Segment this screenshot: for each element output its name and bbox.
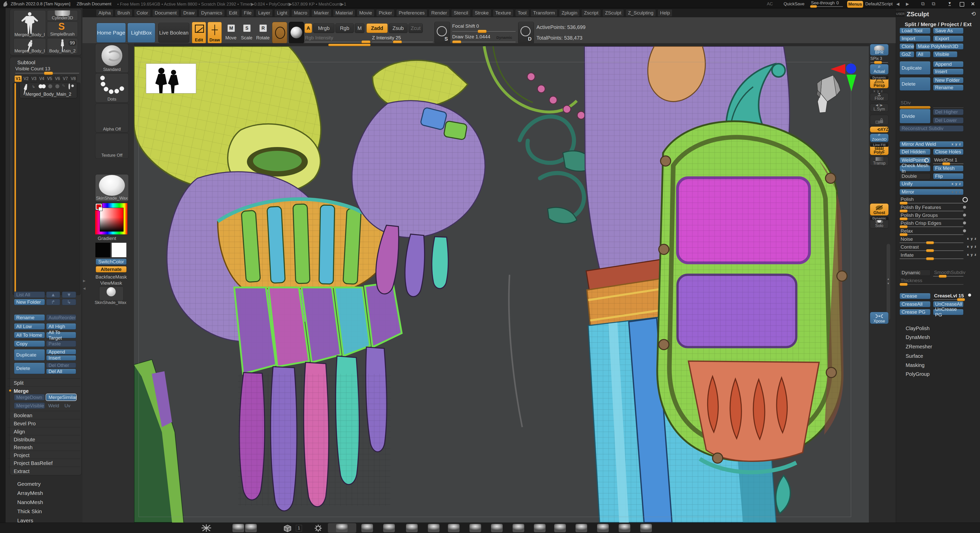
- thickness-slider[interactable]: [900, 284, 964, 285]
- menus-button[interactable]: Menus: [847, 1, 863, 8]
- visible-count-handle[interactable]: [44, 72, 53, 75]
- noise-handle[interactable]: [926, 241, 934, 244]
- del-all-button[interactable]: Del All: [46, 369, 76, 374]
- mirror-axis[interactable]: x y z: [951, 190, 961, 194]
- subtool-tab-v3[interactable]: V3: [30, 75, 38, 82]
- noise-axis[interactable]: x y z: [967, 237, 977, 241]
- xpose-button[interactable]: Xpose: [870, 312, 889, 324]
- subtool-tab-v8[interactable]: V8: [70, 75, 77, 82]
- edit-button[interactable]: Edit: [192, 22, 206, 44]
- boolean-section[interactable]: Boolean: [8, 411, 80, 418]
- draw-button[interactable]: ┼ Draw: [208, 22, 222, 44]
- close-icon[interactable]: ✕: [971, 1, 975, 7]
- inflate-handle[interactable]: [926, 257, 934, 260]
- rgb-a-button[interactable]: A: [304, 23, 312, 33]
- contrast-axis[interactable]: x y z: [967, 244, 977, 248]
- polish-crisp-slider[interactable]: [900, 226, 964, 227]
- all-high-button[interactable]: All High: [46, 323, 76, 330]
- relax-slider[interactable]: [900, 234, 964, 235]
- solo-button[interactable]: Dynamic Solo: [870, 217, 889, 228]
- tray-thumb-15[interactable]: [619, 524, 630, 532]
- visible-count-label[interactable]: Visible Count 13: [15, 66, 50, 72]
- menu-edit[interactable]: Edit: [226, 9, 240, 17]
- merge-visible-button[interactable]: MergeVisible: [14, 402, 45, 409]
- lightbox-button[interactable]: LightBox: [127, 23, 155, 43]
- tray-thumb-9[interactable]: [491, 524, 503, 532]
- camera-head-preview[interactable]: [812, 69, 848, 115]
- zadd-button[interactable]: Zadd: [366, 23, 388, 33]
- unify-axis[interactable]: x y z: [951, 182, 961, 186]
- rgb-intensity-slider[interactable]: [305, 41, 370, 42]
- relax-mode-icon[interactable]: [963, 229, 966, 232]
- gradient-label[interactable]: Gradient: [98, 236, 116, 241]
- live-boolean-button[interactable]: Live Boolean: [158, 23, 189, 43]
- noise-label[interactable]: Noise: [900, 236, 913, 242]
- contrast-handle[interactable]: [926, 249, 934, 252]
- masking-section[interactable]: Masking: [906, 362, 924, 368]
- switchcolor-button[interactable]: SwitchColor: [95, 259, 127, 265]
- merge-similar-button[interactable]: MergeSimilar: [46, 394, 76, 401]
- secondary-color-swatch[interactable]: [111, 243, 127, 257]
- subtool-item-merged-body-main-2[interactable]: ↳ ✎ Merged_Body_Main_2: [19, 83, 77, 98]
- material-sphere-button[interactable]: [289, 22, 304, 44]
- menu-texture[interactable]: Texture: [493, 9, 514, 17]
- subtool-tab-v6[interactable]: V6: [54, 75, 61, 82]
- del-other-button[interactable]: Del Other: [46, 362, 76, 368]
- tray-thumb-2[interactable]: [245, 524, 257, 532]
- zcut-button[interactable]: Zcut: [409, 23, 423, 33]
- insert-button[interactable]: Insert: [46, 355, 76, 361]
- menu-dynamics[interactable]: Dynamics: [199, 9, 225, 17]
- viewmask-button[interactable]: ViewMask: [92, 281, 130, 286]
- paintbrush-icon[interactable]: ✎: [62, 83, 65, 88]
- quicksave-button[interactable]: QuickSave: [784, 2, 804, 6]
- close-holes-button[interactable]: Close Holes: [933, 149, 964, 155]
- polish-mode-icon[interactable]: [963, 197, 968, 203]
- del-lower-button[interactable]: Del Lower: [933, 117, 964, 123]
- menu-movie[interactable]: Movie: [357, 9, 375, 17]
- persp-button[interactable]: Dynamic Persp: [870, 76, 889, 88]
- reconstruct-subdiv-button[interactable]: Reconstruct Subdiv: [900, 125, 964, 131]
- dynamesh-section[interactable]: DynaMesh: [906, 334, 930, 340]
- spix-label[interactable]: SPix 3: [870, 56, 882, 61]
- doc-cube-icon[interactable]: [282, 524, 293, 532]
- merge-section[interactable]: Merge: [8, 386, 80, 394]
- menu-render[interactable]: Render: [429, 9, 450, 17]
- menu-alpha[interactable]: Alpha: [96, 9, 113, 17]
- polish-crisp-handle[interactable]: [900, 225, 908, 228]
- axis-y-arrow[interactable]: [846, 75, 856, 91]
- tray-collapse-icon[interactable]: ▶: [83, 279, 86, 282]
- subtool-up-button[interactable]: ▲: [46, 292, 60, 298]
- move-into-folder-button[interactable]: ↳: [62, 299, 76, 305]
- load-tool-button[interactable]: Load Tool: [900, 28, 931, 34]
- thickness-label[interactable]: Thickness: [900, 278, 923, 283]
- actual-size-button[interactable]: ⌕ Actual: [870, 64, 889, 75]
- all-to-home-button[interactable]: All To Home: [14, 332, 45, 338]
- make-polymesh3d-button[interactable]: Make PolyMesh3D: [916, 43, 964, 49]
- delete-button[interactable]: Delete: [14, 362, 45, 374]
- welddist-handle[interactable]: [942, 162, 950, 165]
- smooth-subdiv-handle[interactable]: [939, 275, 947, 278]
- collapse-right-icon[interactable]: ▶: [906, 2, 909, 6]
- weld-button[interactable]: Weld: [46, 402, 61, 409]
- restore-icon[interactable]: [960, 2, 964, 6]
- panel-title[interactable]: ZSculpt: [907, 11, 929, 18]
- menu-help[interactable]: Help: [657, 9, 673, 17]
- mirror-button[interactable]: Mirror x y z: [900, 189, 964, 195]
- canvas-vscrollbar[interactable]: ▲ ▼: [887, 244, 890, 320]
- z-intensity-label[interactable]: Z Intensity 25: [372, 35, 401, 41]
- menu-color[interactable]: Color: [134, 9, 151, 17]
- subtool-tab-v1[interactable]: V1: [14, 75, 22, 82]
- zremesher-section[interactable]: ZRemesher: [906, 344, 932, 349]
- menu-macro[interactable]: Macro: [291, 9, 310, 17]
- copy-button[interactable]: Copy: [14, 340, 45, 347]
- panel-refresh-icon[interactable]: ⟲: [971, 11, 976, 17]
- z-intensity-slider[interactable]: [372, 41, 433, 42]
- canvas-scroll-handle[interactable]: [328, 44, 371, 46]
- subtool-tab-v2[interactable]: V2: [22, 75, 30, 82]
- sdiv-slider-fill[interactable]: [900, 106, 931, 109]
- rp-delete-button[interactable]: Delete: [900, 77, 931, 91]
- tray-thumb-6[interactable]: [428, 524, 439, 532]
- menu-file[interactable]: File: [241, 9, 254, 17]
- menu-stencil[interactable]: Stencil: [451, 9, 471, 17]
- goz-button[interactable]: GoZ: [900, 51, 914, 57]
